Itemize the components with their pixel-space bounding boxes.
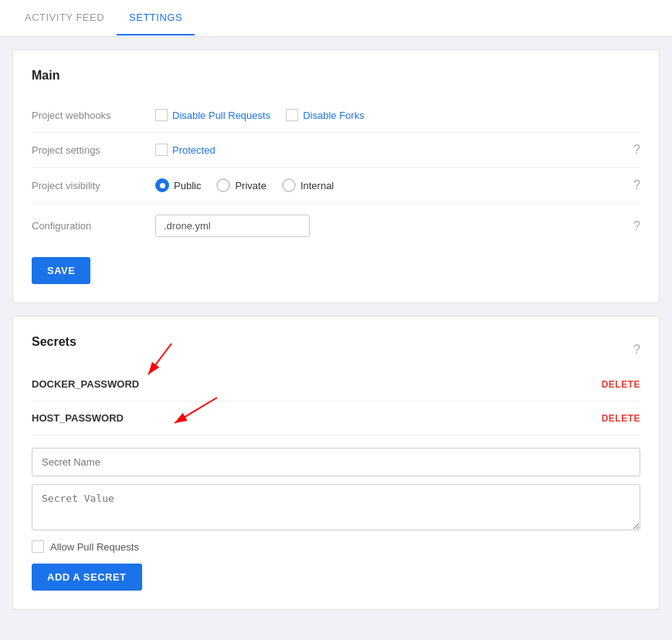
configuration-help-icon[interactable]: ? [633,219,640,233]
project-settings-help-icon[interactable]: ? [633,143,640,157]
secret-input-group: Allow Pull Requests ADD A SECRET [32,448,640,591]
allow-pull-requests-row: Allow Pull Requests [32,540,640,553]
configuration-input[interactable] [155,215,310,237]
disable-forks-checkbox[interactable]: Disable Forks [286,109,364,121]
host-password-row: HOST_PASSWORD DELETE [32,401,640,435]
secrets-section-title: Secrets [32,335,76,349]
internal-radio-label: Internal [300,180,334,191]
settings-controls: Protected [155,144,640,156]
disable-forks-label: Disable Forks [303,110,364,121]
project-visibility-label: Project visibility [32,180,155,191]
secrets-title-row: Secrets ? [32,335,640,364]
docker-password-name: DOCKER_PASSWORD [32,378,139,390]
allow-pull-requests-label: Allow Pull Requests [50,541,139,553]
host-password-name: HOST_PASSWORD [32,412,124,424]
internal-radio-circle [282,178,296,192]
project-webhooks-row: Project webhooks Disable Pull Requests D… [32,98,640,133]
main-section-card: Main Project webhooks Disable Pull Reque… [12,49,660,303]
add-secret-button[interactable]: ADD A SECRET [32,564,142,591]
configuration-label: Configuration [32,220,155,232]
top-navigation: ACTIVITY FEED SETTINGS [0,0,672,37]
project-webhooks-label: Project webhooks [32,110,155,121]
visibility-controls: Public Private Internal [155,178,640,192]
project-settings-row: Project settings Protected ? [32,133,640,168]
public-radio-circle [155,178,169,192]
tab-activity-feed[interactable]: ACTIVITY FEED [12,1,117,36]
disable-pull-requests-checkbox[interactable]: Disable Pull Requests [155,109,270,121]
secrets-help-icon[interactable]: ? [633,343,640,357]
main-section-title: Main [32,69,640,83]
disable-pull-requests-box [155,109,168,121]
disable-pull-requests-label: Disable Pull Requests [172,110,270,121]
host-password-delete-button[interactable]: DELETE [602,413,640,424]
internal-radio[interactable]: Internal [282,178,334,192]
secret-value-input[interactable] [32,484,640,530]
protected-box [155,144,168,156]
protected-checkbox[interactable]: Protected [155,144,216,156]
private-radio-circle [216,178,230,192]
allow-pull-requests-checkbox[interactable] [32,540,44,553]
protected-label: Protected [172,144,216,156]
public-radio[interactable]: Public [155,178,201,192]
project-settings-label: Project settings [32,144,155,156]
configuration-controls [155,215,640,237]
project-visibility-help-icon[interactable]: ? [633,178,640,192]
public-radio-label: Public [174,180,201,191]
secret-name-input[interactable] [32,448,640,476]
page-content: Main Project webhooks Disable Pull Reque… [0,37,672,635]
configuration-row: Configuration ? [32,204,640,248]
project-visibility-row: Project visibility Public Private Intern… [32,168,640,204]
webhooks-controls: Disable Pull Requests Disable Forks [155,109,640,121]
save-button[interactable]: SAVE [32,257,90,284]
disable-forks-box [286,109,298,121]
docker-password-row: DOCKER_PASSWORD DELETE [32,367,640,401]
secrets-section-card: Secrets ? DOCKER_PASSWORD DELETE HOST_PA… [12,316,660,610]
footer-url: https://blog.csdn.net/tuobiouI6522 [0,635,672,640]
docker-password-delete-button[interactable]: DELETE [602,379,640,390]
tab-settings[interactable]: SETTINGS [117,1,195,36]
svg-line-3 [175,398,217,423]
private-radio[interactable]: Private [216,178,266,192]
private-radio-label: Private [235,180,266,191]
